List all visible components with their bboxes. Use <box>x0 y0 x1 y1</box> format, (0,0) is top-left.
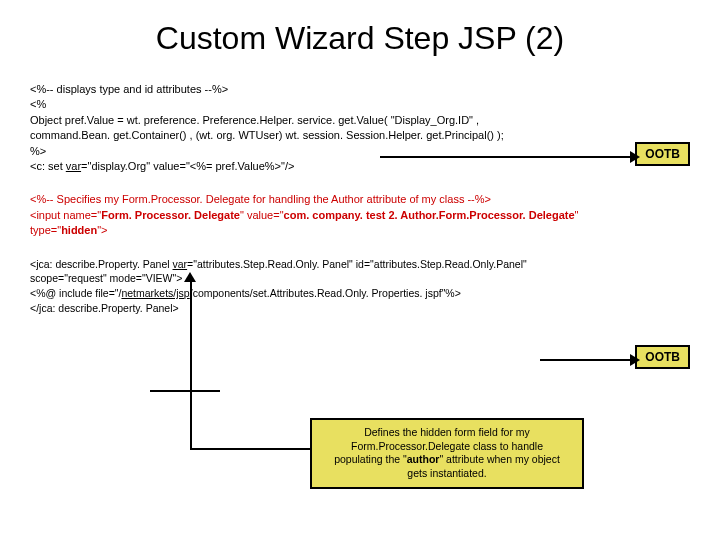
ootb-badge-1: OOTB <box>635 142 690 166</box>
connector-h <box>190 448 310 450</box>
arrow-to-badge-1 <box>380 151 640 163</box>
callout-box: Defines the hidden form field for my For… <box>310 418 584 489</box>
code-line: <%-- displays type and id attributes --%… <box>30 82 690 97</box>
code-line: command.Bean. get.Container() , (wt. org… <box>30 128 690 143</box>
arrow-to-badge-2 <box>540 354 640 366</box>
code-block-2: <%-- Specifies my Form.Processor. Delega… <box>30 192 690 238</box>
code-line: <% <box>30 97 690 112</box>
code-line: <%-- Specifies my Form.Processor. Delega… <box>30 192 690 207</box>
callout-line: Defines the hidden form field for my <box>322 426 572 440</box>
callout-line: gets instantiated. <box>322 467 572 481</box>
callout-line: populating the "author" attribute when m… <box>322 453 572 467</box>
connector-v <box>190 280 192 448</box>
ootb-badge-2: OOTB <box>635 345 690 369</box>
page-title: Custom Wizard Step JSP (2) <box>30 20 690 57</box>
code-block-3: <jca: describe.Property. Panel var="attr… <box>30 257 690 316</box>
callout-line: Form.Processor.Delegate class to handle <box>322 440 572 454</box>
code-line: <input name="Form. Processor. Delegate" … <box>30 208 690 223</box>
code-line: <jca: describe.Property. Panel var="attr… <box>30 257 690 272</box>
code-line: type="hidden"> <box>30 223 690 238</box>
code-line: Object pref.Value = wt. preference. Pref… <box>30 113 690 128</box>
connector-tick <box>150 390 220 392</box>
code-line: scope="request" mode="VIEW"> <box>30 271 690 286</box>
code-line: </jca: describe.Property. Panel> <box>30 301 690 316</box>
connector-arrowhead <box>184 272 196 282</box>
code-line: <%@ include file="/netmarkets/jsp/compon… <box>30 286 690 301</box>
